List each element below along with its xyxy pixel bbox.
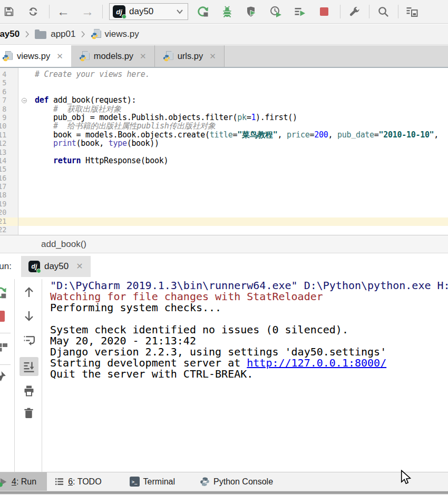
back-icon[interactable]: ←	[57, 5, 70, 18]
run-panel-label: Run:	[0, 261, 12, 272]
run-with-icon[interactable]	[294, 5, 306, 18]
close-icon[interactable]: ✕	[140, 52, 147, 61]
python-file-icon	[163, 51, 173, 62]
code-line: 14 return HttpResponse(book)	[0, 157, 448, 165]
tool-window-bar: 4: Run6: TODO>_TerminalPython Console	[0, 472, 448, 491]
sync-icon[interactable]	[27, 5, 40, 18]
console-line: System check identified no issues (0 sil…	[50, 324, 448, 335]
console-link[interactable]: http://127.0.0.1:8000/	[247, 357, 386, 369]
pin-icon[interactable]	[0, 370, 7, 383]
code-line: 4# Create your views here.	[0, 71, 448, 79]
rerun-icon[interactable]	[197, 5, 209, 18]
layout-icon[interactable]	[0, 341, 8, 354]
up-arrow-icon[interactable]	[23, 286, 35, 299]
tab-views.py[interactable]: views.py✕	[0, 45, 71, 67]
run-panel-header: Run: dj day50 ✕	[0, 253, 448, 279]
print-icon[interactable]	[23, 384, 35, 397]
context-bar: add_book()	[0, 235, 448, 253]
console-line: "D:\PyCharm 2019.1.3\bin\runnerw64.exe" …	[50, 280, 448, 291]
close-icon[interactable]: ✕	[209, 52, 216, 61]
console-line	[50, 313, 448, 324]
toolwindow-python-console[interactable]: Python Console	[192, 472, 280, 491]
python-file-icon	[2, 51, 13, 62]
code-line: 7def add_book(request):	[0, 96, 448, 105]
save-icon[interactable]	[3, 5, 15, 18]
close-icon[interactable]: ✕	[76, 261, 83, 271]
pycharm-window: ← → dj day50 day50app01views.py views.py…	[0, 0, 448, 495]
close-icon[interactable]: ✕	[56, 52, 63, 61]
code-line: 20	[0, 209, 448, 217]
wrench-icon[interactable]	[348, 5, 361, 18]
console-line: Watching for file changes with StatReloa…	[50, 291, 448, 302]
toolwindow-label: Python Console	[213, 477, 273, 487]
tab-urls.py[interactable]: urls.py✕	[155, 45, 225, 67]
toolwindow-run[interactable]: 4: Run	[0, 472, 47, 491]
save-all-icon[interactable]	[406, 5, 418, 18]
tab-label: urls.py	[178, 51, 203, 61]
code-line: 15	[0, 165, 448, 174]
code-line: 18	[0, 191, 448, 200]
editor-tabbar: views.py✕models.py✕urls.py✕	[0, 45, 448, 68]
code-line: 5	[0, 79, 448, 87]
todo-icon	[54, 477, 64, 487]
run-toolbar-left	[0, 279, 15, 472]
run-config-label: day50	[129, 6, 153, 17]
console-line: Performing system checks...	[50, 302, 448, 313]
python-file-icon	[79, 51, 90, 62]
fold-icon[interactable]	[22, 98, 27, 103]
console-line: Quit the server with CTRL-BREAK.	[50, 369, 448, 380]
context-function[interactable]: add_book()	[41, 239, 86, 250]
tab-label: views.py	[17, 51, 50, 61]
python-file-icon	[91, 29, 101, 39]
django-icon: dj	[113, 5, 125, 18]
chevron-right-icon	[25, 31, 30, 38]
code-line: 12 print(book, type(book))	[0, 140, 448, 148]
code-line: 17	[0, 183, 448, 191]
forward-icon[interactable]: →	[81, 5, 94, 18]
stop-icon[interactable]	[318, 5, 330, 18]
run-tab-day50[interactable]: dj day50 ✕	[21, 256, 91, 277]
code-line: 22	[0, 226, 448, 234]
soft-wrap-icon[interactable]	[23, 333, 36, 346]
down-arrow-icon[interactable]	[23, 310, 35, 322]
code-line: 16	[0, 174, 448, 183]
toolwindow-label: 6: TODO	[68, 477, 101, 487]
chevron-down-icon	[176, 9, 183, 14]
console-line: May 20, 2020 - 21:13:42	[50, 335, 448, 346]
python-console-icon	[200, 477, 210, 487]
profiler-icon[interactable]	[269, 5, 282, 18]
code-line: 21	[0, 217, 448, 226]
debug-icon[interactable]	[221, 5, 233, 18]
tab-label: models.py	[94, 51, 133, 61]
rerun-icon[interactable]	[0, 286, 7, 300]
code-editor[interactable]: 4# Create your views here.567def add_boo…	[0, 68, 448, 235]
breadcrumb-item[interactable]: views.py	[104, 29, 139, 39]
run-toolbar-console	[15, 279, 42, 472]
run-tool-icon	[0, 477, 8, 487]
run-coverage-icon[interactable]	[245, 5, 258, 18]
run-config-dropdown[interactable]: dj day50	[109, 3, 188, 20]
breadcrumb-item[interactable]: app01	[51, 29, 75, 39]
tab-models.py[interactable]: models.py✕	[71, 45, 155, 67]
toolwindow-label: 4: Run	[12, 477, 36, 487]
breadcrumb-item[interactable]: day50	[0, 29, 20, 39]
toolwindow-todo[interactable]: 6: TODO	[47, 472, 109, 491]
console-output[interactable]: "D:\PyCharm 2019.1.3\bin\runnerw64.exe" …	[50, 280, 448, 380]
toolwindow-label: Terminal	[143, 477, 175, 487]
scroll-to-end-icon[interactable]	[23, 360, 35, 373]
breadcrumb: day50app01views.py	[0, 24, 448, 45]
mouse-cursor	[400, 470, 412, 488]
code-line: 9 pub_obj = models.Publish.objects.filte…	[0, 114, 448, 122]
search-icon[interactable]	[377, 5, 389, 18]
django-icon: dj	[28, 261, 40, 272]
trash-icon[interactable]	[23, 407, 35, 419]
folder-icon	[35, 31, 46, 39]
chevron-right-icon	[81, 31, 85, 38]
stop-icon[interactable]	[0, 311, 5, 322]
run-console-panel: "D:\PyCharm 2019.1.3\bin\runnerw64.exe" …	[0, 279, 448, 472]
main-toolbar: ← → dj day50	[0, 0, 448, 24]
console-line: Django version 2.2.3, using settings 'da…	[50, 346, 448, 358]
terminal-icon: >_	[130, 477, 140, 487]
toolwindow-terminal[interactable]: >_Terminal	[122, 472, 182, 491]
bottom-strip	[0, 491, 448, 495]
